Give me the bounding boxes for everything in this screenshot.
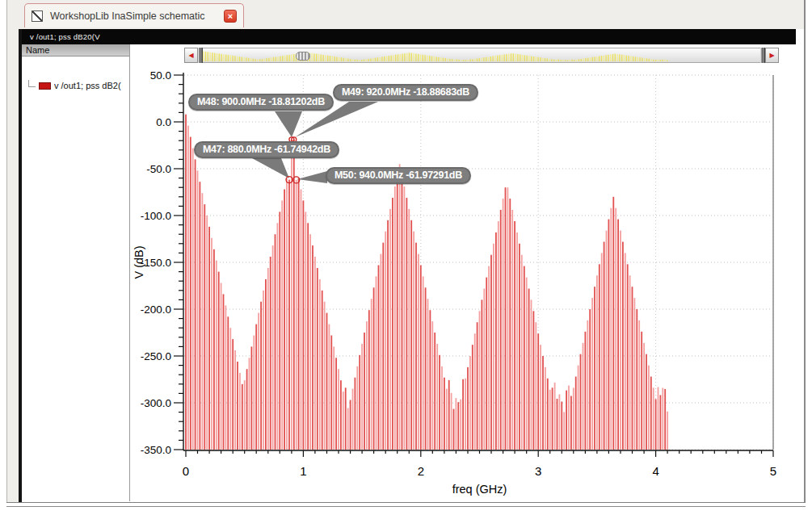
legend-item-out1[interactable]: v /out1; pss dB2( [28, 80, 128, 91]
marker-callout-m47[interactable]: M47: 880.0MHz -61.74942dB [194, 141, 339, 158]
right-arrow-icon: ▶ [769, 52, 774, 59]
name-header-label: Name [26, 45, 49, 55]
marker-callout-m49[interactable]: M49: 920.0MHz -18.88683dB [333, 84, 478, 101]
close-icon: × [228, 11, 233, 21]
left-arrow-icon: ◀ [188, 52, 193, 59]
scroll-right-button[interactable]: ▶ [765, 48, 779, 63]
plot-panel[interactable] [130, 44, 807, 501]
tree-branch-icon [28, 80, 36, 87]
tab-title: WorkshopLib InaSimple schematic [50, 10, 205, 22]
marker-callout-m48[interactable]: M48: 900.0MHz -18.81202dB [188, 94, 334, 111]
signal-name-panel: Name v /out1; pss dB2( [22, 44, 130, 501]
scroll-left-button[interactable]: ◀ [184, 48, 198, 63]
tab-workshoplib-schematic[interactable]: WorkshopLib InaSimple schematic × [24, 3, 244, 27]
legend-swatch [39, 82, 51, 90]
scrollbar-grip[interactable] [296, 52, 310, 61]
waveform-window: WorkshopLib InaSimple schematic × v /out… [0, 0, 812, 515]
window-right-border [804, 0, 806, 505]
tab-close-button[interactable]: × [224, 10, 237, 23]
name-column-header: Name [22, 44, 129, 57]
marker-callout-m50[interactable]: M50: 940.0MHz -61.97291dB [326, 167, 471, 184]
plot-title-bar: v /out1; pss dB20(V [22, 29, 796, 44]
schematic-icon [32, 10, 43, 22]
scrollbar-track[interactable] [203, 48, 760, 63]
legend-label: v /out1; pss dB2( [54, 81, 128, 90]
scrollbar-spectrum-preview [203, 48, 760, 62]
plot-title-text: v /out1; pss dB20(V [30, 32, 100, 41]
bottom-scroll-groove[interactable] [6, 502, 806, 507]
horizontal-zoom-scrollbar[interactable]: ◀ ▶ [184, 48, 779, 63]
